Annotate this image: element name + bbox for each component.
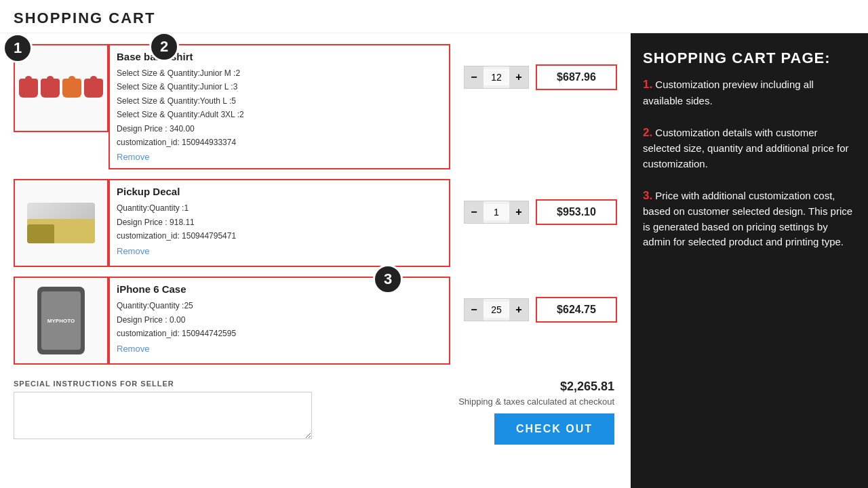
item-3-image: MYPHOTO bbox=[14, 277, 108, 365]
item-1-detail-1: Select Size & Quantity:Junior L :3 bbox=[117, 80, 442, 94]
info-point-1-number: 1. bbox=[643, 78, 652, 91]
info-point-2-text: Customization details with customer sele… bbox=[643, 127, 849, 169]
table-row: 3 MYPHOTO iPhone 6 Case Quantity:Quantit… bbox=[14, 277, 617, 365]
info-panel-title: SHOPPING CART PAGE: bbox=[643, 47, 856, 69]
info-point-3-text: Price with additional customization cost… bbox=[643, 190, 852, 248]
phone-case-preview: MYPHOTO bbox=[37, 287, 85, 354]
phone-screen: MYPHOTO bbox=[41, 291, 81, 350]
item-2-qty-value: 1 bbox=[484, 204, 509, 220]
item-1-info: Select Size & Quantity:Junior M :2 Selec… bbox=[117, 66, 442, 149]
item-2-detail-1: Design Price : 918.11 bbox=[117, 216, 442, 229]
special-instructions-section: SPECIAL INSTRUCTIONS FOR SELLER bbox=[14, 380, 312, 442]
item-2-qty-decrease[interactable]: − bbox=[465, 201, 484, 223]
item-2-details: Pickup Decal Quantity:Quantity :1 Design… bbox=[108, 179, 450, 267]
info-point-3-number: 3. bbox=[643, 189, 652, 202]
cart-bottom: SPECIAL INSTRUCTIONS FOR SELLER $2,265.8… bbox=[14, 374, 617, 445]
item-3-details: iPhone 6 Case Quantity:Quantity :25 Desi… bbox=[108, 277, 450, 365]
info-panel-point-3: 3. Price with additional customization c… bbox=[643, 187, 856, 250]
tshirt-icon-2 bbox=[41, 79, 60, 98]
bottom-row: SPECIAL INSTRUCTIONS FOR SELLER $2,265.8… bbox=[14, 380, 617, 445]
cart-total: $2,265.81 bbox=[560, 380, 614, 394]
item-1-detail-4: Design Price : 340.00 bbox=[117, 122, 442, 136]
item-1-right: − 12 + $687.96 bbox=[464, 64, 617, 90]
item-2-qty-controls: − 1 + bbox=[464, 201, 529, 224]
tshirt-icon-3 bbox=[62, 79, 81, 98]
item-1-qty-controls: − 12 + bbox=[464, 66, 529, 89]
item-1-qty-value: 12 bbox=[484, 69, 509, 85]
item-2-right: − 1 + $953.10 bbox=[464, 199, 617, 225]
item-1-details: 2 Base ball t-shirt Select Size & Quanti… bbox=[108, 44, 450, 169]
item-1-qty-increase[interactable]: + bbox=[509, 66, 528, 88]
item-2-info: Quantity:Quantity :1 Design Price : 918.… bbox=[117, 201, 442, 243]
tshirt-preview bbox=[19, 79, 103, 98]
item-1-detail-5: customization_id: 150944933374 bbox=[117, 136, 442, 149]
cart-area: 1 2 Base ball t-shirt Select Size & Quan… bbox=[0, 33, 631, 488]
table-row: 1 2 Base ball t-shirt Select Size & Quan… bbox=[14, 44, 617, 169]
item-2-name: Pickup Decal bbox=[117, 186, 442, 197]
tshirt-icon-4 bbox=[84, 79, 103, 98]
truck-body bbox=[27, 219, 95, 243]
item-2-image bbox=[14, 179, 108, 267]
badge-1: 1 bbox=[3, 33, 33, 63]
item-3-qty-controls: − 25 + bbox=[464, 298, 529, 321]
item-3-qty-value: 25 bbox=[484, 302, 509, 318]
item-3-right: − 25 + $624.75 bbox=[464, 297, 617, 323]
item-3-detail-0: Quantity:Quantity :25 bbox=[117, 299, 442, 312]
item-2-remove[interactable]: Remove bbox=[117, 246, 149, 256]
info-point-2-number: 2. bbox=[643, 126, 652, 139]
item-3-detail-2: customization_id: 150944742595 bbox=[117, 327, 442, 340]
item-1-detail-0: Select Size & Quantity:Junior M :2 bbox=[117, 66, 442, 80]
item-3-price: $624.75 bbox=[536, 297, 617, 323]
right-total: $2,265.81 Shipping & taxes calculated at… bbox=[458, 380, 617, 445]
info-panel-point-2: 2. Customization details with customer s… bbox=[643, 124, 856, 172]
item-2-detail-0: Quantity:Quantity :1 bbox=[117, 201, 442, 215]
table-row: Pickup Decal Quantity:Quantity :1 Design… bbox=[14, 179, 617, 267]
item-1-image: 1 bbox=[14, 44, 108, 132]
item-3-qty-decrease[interactable]: − bbox=[465, 299, 484, 321]
info-panel: SHOPPING CART PAGE: 1. Customization pre… bbox=[631, 33, 868, 488]
item-1-price: $687.96 bbox=[536, 64, 617, 90]
truck-preview bbox=[27, 203, 95, 243]
item-1-left: 1 2 Base ball t-shirt Select Size & Quan… bbox=[14, 44, 450, 169]
item-3-detail-1: Design Price : 0.00 bbox=[117, 313, 442, 327]
item-2-detail-2: customization_id: 150944795471 bbox=[117, 229, 442, 243]
item-2-qty-increase[interactable]: + bbox=[509, 201, 528, 223]
item-2-left: Pickup Decal Quantity:Quantity :1 Design… bbox=[14, 179, 450, 267]
cart-items-list: 1 2 Base ball t-shirt Select Size & Quan… bbox=[14, 44, 617, 365]
special-instructions-label: SPECIAL INSTRUCTIONS FOR SELLER bbox=[14, 380, 312, 388]
shipping-note: Shipping & taxes calculated at checkout bbox=[458, 396, 614, 407]
special-instructions-input[interactable] bbox=[14, 392, 312, 439]
item-3-info: Quantity:Quantity :25 Design Price : 0.0… bbox=[117, 299, 442, 340]
item-2-price: $953.10 bbox=[536, 199, 617, 225]
page-title: SHOPPING CART bbox=[0, 0, 868, 33]
item-1-detail-3: Select Size & Quantity:Adult 3XL :2 bbox=[117, 108, 442, 121]
checkout-button[interactable]: CHECK OUT bbox=[494, 413, 614, 445]
badge-2: 2 bbox=[149, 33, 179, 62]
item-1-detail-2: Select Size & Quantity:Youth L :5 bbox=[117, 94, 442, 108]
truck-cab bbox=[27, 224, 54, 243]
item-1-remove[interactable]: Remove bbox=[117, 152, 149, 162]
item-3-remove[interactable]: Remove bbox=[117, 344, 149, 354]
item-1-qty-decrease[interactable]: − bbox=[465, 66, 484, 88]
info-panel-point-1: 1. Customization preview including all a… bbox=[643, 76, 856, 108]
item-3-qty-increase[interactable]: + bbox=[509, 299, 528, 321]
tshirt-icon-1 bbox=[19, 79, 38, 98]
info-point-1-text: Customization preview including all avai… bbox=[643, 79, 814, 106]
